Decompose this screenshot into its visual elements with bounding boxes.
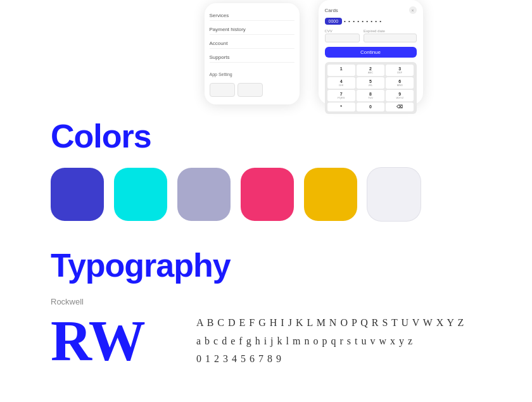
swatch-light-gray [367, 168, 421, 221]
swatch-yellow [304, 168, 357, 221]
key-4[interactable]: 4GHI [327, 77, 355, 89]
phone-right-mockup: Cards × 0000 • • • • • • • • • CVV Expir… [319, 0, 423, 104]
typography-display-row: RW A B C D E F G H I J K L M N O P Q R S… [51, 313, 481, 370]
key-1[interactable]: 1 [327, 65, 355, 76]
card-item-1 [210, 83, 235, 97]
typography-section: Typography Rockwell RW A B C D E F G H I… [51, 246, 481, 370]
menu-account: Account [210, 39, 294, 49]
main-content: Colors Typography Rockwell RW A B C D E … [0, 117, 532, 370]
menu-services: Services [210, 11, 294, 21]
swatch-cyan [114, 168, 167, 221]
color-swatches-row [51, 168, 481, 221]
key-2[interactable]: 2ABC [357, 65, 384, 76]
uppercase-alphabet: A B C D E F G H I J K L M N O P Q R S T … [196, 316, 464, 330]
key-0[interactable]: 0 [357, 103, 384, 111]
alphabet-block: A B C D E F G H I J K L M N O P Q R S T … [196, 316, 464, 366]
menu-supports: Supports [210, 53, 294, 63]
colors-section-title: Colors [51, 117, 481, 155]
swatch-blue [51, 168, 104, 221]
cvv-label: CVV [325, 29, 360, 33]
card-number-row: 0000 • • • • • • • • • [325, 18, 417, 25]
continue-button[interactable]: Continue [325, 47, 417, 58]
close-button-icon[interactable]: × [409, 6, 417, 14]
key-5[interactable]: 5JKL [357, 77, 384, 89]
numbers-display: 0 1 2 3 4 5 6 7 8 9 [196, 352, 464, 366]
cards-label: Cards [325, 8, 338, 13]
mockup-area: Services Payment history Account Support… [0, 0, 532, 111]
menu-payment: Payment history [210, 25, 294, 35]
font-name-label: Rockwell [51, 297, 481, 306]
key-3[interactable]: 3DEF [386, 65, 414, 76]
expiry-label: Expired date [364, 29, 416, 33]
key-backspace[interactable]: ⌫ [386, 103, 414, 111]
card-item-2 [238, 83, 263, 97]
card-header-row: Cards × [325, 6, 417, 14]
cvv-input[interactable] [325, 34, 360, 42]
bottom-cards [210, 83, 294, 97]
swatch-pink [241, 168, 294, 221]
key-9[interactable]: 9WXYZ [386, 90, 414, 101]
typography-section-title: Typography [51, 246, 481, 284]
lowercase-alphabet: a b c d e f g h i j k l m n o p q r s t … [196, 334, 464, 348]
key-8[interactable]: 8TUV [357, 90, 384, 101]
phone-left-mockup: Services Payment history Account Support… [205, 3, 300, 104]
number-keypad: 1 2ABC 3DEF 4GHI 5JKL 6MNO 7PQRS 8TUV 9W… [325, 62, 417, 114]
key-6[interactable]: 6MNO [386, 77, 414, 89]
key-star[interactable]: * [327, 103, 355, 111]
rw-display-text: RW [51, 313, 177, 370]
expiry-input[interactable] [364, 34, 416, 42]
card-prefix: 0000 [325, 18, 343, 25]
swatch-lavender [177, 168, 231, 221]
key-7[interactable]: 7PQRS [327, 90, 355, 101]
card-dots: • • • • • • • • • [344, 18, 382, 24]
app-setting-label: App Setting [210, 72, 294, 77]
